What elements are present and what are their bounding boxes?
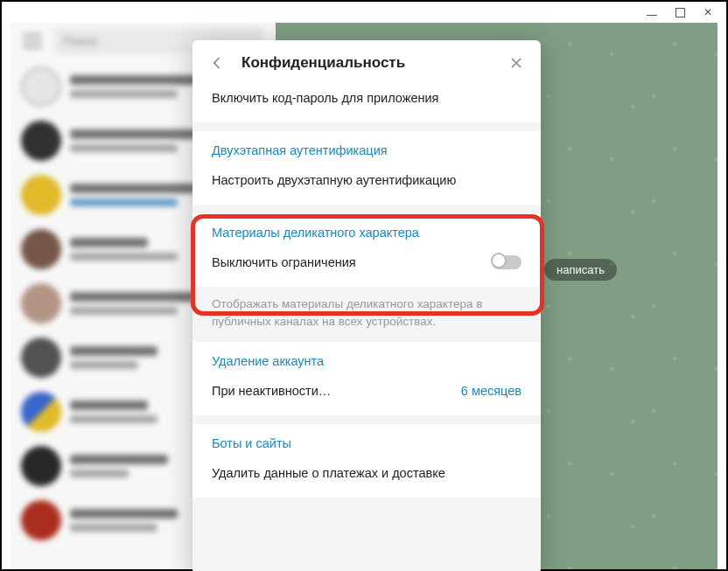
arrow-left-icon: [208, 54, 226, 72]
dialog-close-button[interactable]: [504, 51, 528, 75]
row-label: Удалить данные о платежах и доставке: [212, 466, 445, 480]
passcode-row[interactable]: Включить код-пароль для приложения: [212, 86, 522, 110]
row-label: При неактивности…: [212, 384, 331, 398]
delete-account-block: Удаление аккаунта При неактивности… 6 ме…: [192, 342, 541, 415]
maximize-button[interactable]: [674, 6, 686, 18]
disable-restrictions-row[interactable]: Выключить ограничения: [212, 250, 522, 275]
row-label: Настроить двухэтапную аутентификацию: [212, 173, 456, 187]
dialog-title: Конфиденциальность: [242, 54, 492, 72]
row-label: Включить код-пароль для приложения: [212, 91, 438, 105]
sensitive-content-block: Материалы деликатного характера Выключит…: [192, 213, 541, 287]
window-titlebar: [2, 2, 726, 23]
section-heading: Боты и сайты: [212, 436, 522, 450]
inactivity-row[interactable]: При неактивности… 6 месяцев: [212, 379, 522, 403]
sensitive-description: Отображать материалы деликатного характе…: [192, 287, 541, 333]
toggle-knob: [491, 253, 507, 268]
section-heading: Двухэтапная аутентификация: [212, 143, 522, 157]
close-icon: [508, 54, 525, 72]
section-heading: Материалы деликатного характера: [212, 226, 522, 240]
privacy-dialog: Конфиденциальность Включить код-пароль д…: [192, 40, 541, 571]
section-heading: Удаление аккаунта: [212, 354, 522, 368]
clear-payment-row[interactable]: Удалить данные о платежах и доставке: [212, 461, 522, 485]
row-value: 6 месяцев: [461, 384, 522, 398]
sensitive-toggle[interactable]: [492, 255, 522, 269]
two-step-row[interactable]: Настроить двухэтапную аутентификацию: [212, 168, 522, 192]
row-label: Выключить ограничения: [212, 255, 356, 269]
close-window-button[interactable]: [702, 6, 714, 18]
two-step-block: Двухэтапная аутентификация Настроить дву…: [192, 131, 541, 205]
minimize-button[interactable]: [646, 6, 658, 18]
bots-sites-block: Боты и сайты Удалить данные о платежах и…: [192, 424, 541, 498]
back-button[interactable]: [205, 51, 229, 75]
